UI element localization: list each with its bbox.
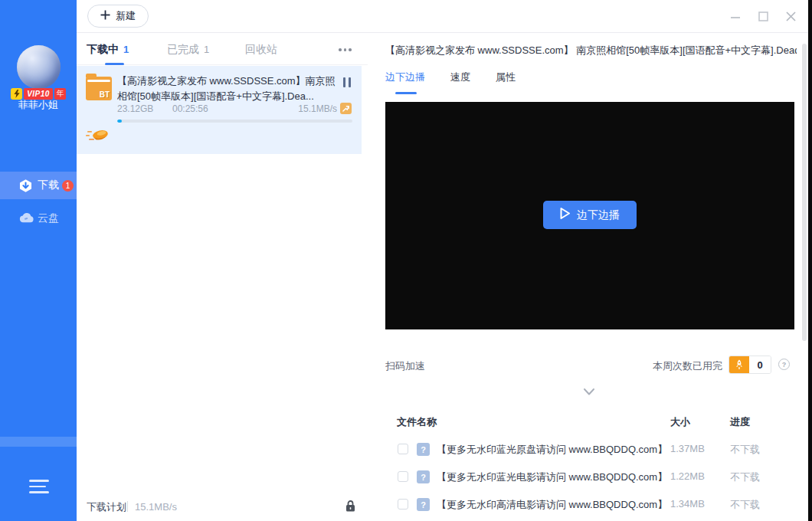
table-row[interactable]: ? 【更多无水印蓝光原盘请访问 www.BBQDDQ.com】 ... 1.37… — [368, 437, 808, 462]
task-size: 23.12GB — [117, 103, 153, 114]
footer-divider — [127, 501, 128, 512]
unknown-file-icon: ? — [417, 470, 430, 483]
video-preview-area: 边下边播 — [385, 102, 794, 329]
avatar[interactable] — [17, 45, 61, 89]
app-window: VIP10 年 菲菲小姐 下载 1 云盘 — [0, 0, 812, 521]
play-button-label: 边下边播 — [577, 208, 620, 222]
help-icon[interactable]: ? — [778, 359, 790, 370]
window-controls — [725, 0, 801, 33]
files-table-header: 文件名称 大小 进度 — [368, 415, 808, 431]
row-checkbox[interactable] — [398, 499, 408, 510]
task-elapsed-time: 00:25:56 — [172, 103, 208, 114]
pause-icon[interactable] — [343, 77, 351, 87]
task-title: 【高清影视之家发布 www.SSDSSE.com】南京照相馆[50帧率版本][国… — [117, 74, 337, 103]
weekly-quota-count: 0 — [749, 356, 771, 373]
sidebar-item-label: 云盘 — [38, 211, 59, 225]
screen-edge — [808, 0, 812, 521]
minimize-icon[interactable] — [725, 7, 745, 27]
file-status: 不下载 — [730, 498, 760, 512]
meteor-boost-icon — [86, 126, 110, 144]
weekly-quota-label: 本周次数已用完 — [653, 359, 722, 373]
download-list-panel: 下载中 1 已完成 1 回收站 BT 【高清影视之家发布 www.SSDSSE.… — [77, 34, 368, 521]
play-while-download-button[interactable]: 边下边播 — [543, 201, 637, 229]
detail-panel: 【高清影视之家发布 www.SSDSSE.com】 南京照相馆[50帧率版本][… — [368, 34, 808, 521]
table-row[interactable]: ? 【更多无水印蓝光电影请访问 www.BBQDDQ.com】 ... 1.22… — [368, 465, 808, 490]
more-options-icon[interactable] — [339, 44, 355, 55]
column-header-progress: 进度 — [730, 415, 750, 429]
download-count-badge: 1 — [62, 180, 74, 192]
download-plan-button[interactable]: 下载计划 — [87, 500, 126, 514]
file-status: 不下载 — [730, 470, 760, 484]
list-tabbar: 下载中 1 已完成 1 回收站 — [77, 34, 368, 65]
column-header-filename: 文件名称 — [397, 415, 437, 429]
file-name: 【更多无水印高清电影请访问 www.BBQDDQ.com】 ... — [437, 498, 664, 512]
row-checkbox[interactable] — [398, 471, 408, 482]
list-footer: 下载计划 15.1MB/s — [77, 493, 368, 521]
download-task-card[interactable]: BT 【高清影视之家发布 www.SSDSSE.com】南京照相馆[50帧率版本… — [77, 66, 362, 154]
play-icon — [560, 208, 570, 222]
footer-total-speed: 15.1MB/s — [135, 501, 177, 513]
username: 菲菲小姐 — [0, 98, 77, 112]
file-name: 【更多无水印蓝光电影请访问 www.BBQDDQ.com】 ... — [437, 470, 664, 484]
bt-folder-icon: BT — [86, 77, 112, 100]
tab-count: 1 — [123, 44, 129, 55]
cloud-icon — [18, 211, 33, 226]
tab-completed[interactable]: 已完成 1 — [167, 34, 209, 65]
sidebar-item-cloud[interactable]: 云盘 — [0, 205, 77, 232]
chevron-down-icon[interactable] — [583, 385, 595, 395]
sidebar-highlight-stripe — [0, 437, 77, 447]
file-size: 1.34MB — [670, 498, 705, 510]
detail-title: 【高清影视之家发布 www.SSDSSE.com】 南京照相馆[50帧率版本][… — [385, 44, 797, 57]
plus-icon — [100, 9, 110, 23]
lock-icon[interactable] — [345, 500, 357, 513]
tab-properties[interactable]: 属性 — [496, 70, 516, 97]
tab-label: 下载中 — [87, 43, 119, 57]
speedup-trial-icon[interactable] — [340, 103, 352, 114]
close-icon[interactable] — [781, 7, 801, 27]
file-size: 1.22MB — [670, 470, 705, 482]
topbar: 新建 — [77, 0, 808, 33]
download-progress-fill — [117, 120, 122, 123]
weekly-quota-counter[interactable]: 0 — [729, 356, 771, 374]
tab-trash[interactable]: 回收站 — [245, 34, 277, 65]
tab-label: 已完成 — [167, 43, 199, 57]
sidebar-item-download[interactable]: 下载 1 — [0, 172, 77, 199]
row-checkbox[interactable] — [398, 444, 408, 454]
sidebar-item-label: 下载 — [38, 179, 59, 192]
tab-label: 回收站 — [245, 43, 277, 57]
menu-icon[interactable] — [29, 480, 49, 493]
scan-accelerate-label: 扫码加速 — [385, 359, 425, 373]
sidebar: VIP10 年 菲菲小姐 下载 1 云盘 — [0, 0, 77, 521]
scrollbar-thumb[interactable] — [802, 44, 807, 341]
new-task-button[interactable]: 新建 — [87, 5, 149, 28]
active-detail-tab-underline — [395, 92, 417, 94]
tab-count: 1 — [204, 44, 209, 55]
tab-speed[interactable]: 速度 — [450, 70, 470, 97]
file-size: 1.37MB — [670, 443, 705, 454]
file-status: 不下载 — [730, 443, 760, 457]
column-header-size: 大小 — [670, 415, 690, 429]
file-name: 【更多无水印蓝光原盘请访问 www.BBQDDQ.com】 ... — [437, 443, 664, 457]
download-progress-bar — [117, 120, 352, 123]
active-tab-underline — [105, 63, 124, 65]
table-row[interactable]: ? 【更多无水印高清电影请访问 www.BBQDDQ.com】 ... 1.34… — [368, 493, 808, 517]
unknown-file-icon: ? — [417, 498, 430, 511]
task-speed: 15.1MB/s — [298, 103, 337, 114]
unknown-file-icon: ? — [417, 443, 430, 456]
tab-downloading[interactable]: 下载中 1 — [87, 34, 129, 65]
download-icon — [18, 179, 33, 193]
maximize-icon[interactable] — [753, 7, 773, 27]
new-task-label: 新建 — [116, 9, 136, 23]
rocket-icon — [729, 356, 749, 373]
